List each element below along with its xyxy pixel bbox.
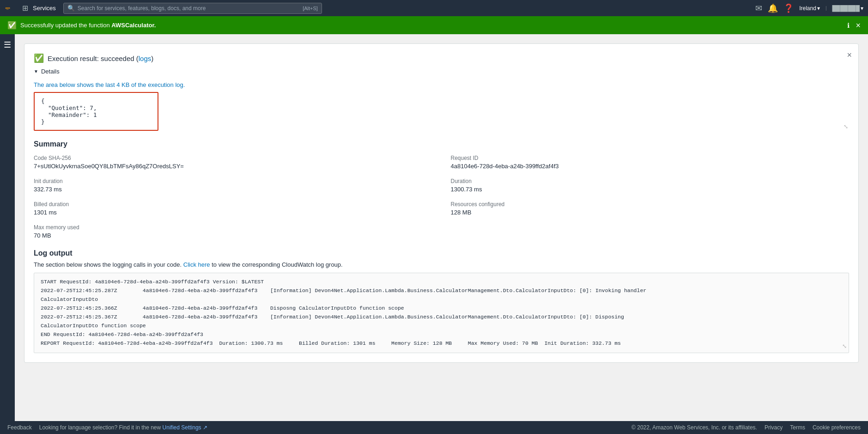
log-line-2: 2022-07-25T12:45:25.287Z 4a8104e6-728d-4…	[41, 287, 842, 295]
summary-billed-duration: Billed duration 1301 ms	[34, 201, 432, 216]
request-id-label: Request ID	[451, 155, 850, 161]
billed-duration-label: Billed duration	[34, 201, 432, 208]
log-note: The area below shows the last 4 KB of th…	[34, 81, 849, 88]
unified-settings-link[interactable]: Unified Settings ↗	[163, 424, 207, 431]
summary-title: Summary	[34, 140, 849, 148]
bell-icon[interactable]: 🔔	[768, 3, 778, 13]
help-icon[interactable]: ❓	[783, 3, 794, 13]
execution-panel: × ✅ Execution result: succeeded (logs) ▼…	[24, 43, 859, 363]
log-box-resize-handle[interactable]: ⤡	[842, 342, 847, 352]
banner-close-button[interactable]: ×	[856, 20, 861, 30]
details-arrow-icon: ▼	[34, 69, 38, 74]
summary-init-duration: Init duration 332.73 ms	[34, 178, 432, 193]
account-id: ███████	[832, 5, 860, 12]
search-input[interactable]	[78, 5, 300, 12]
code-sha-label: Code SHA-256	[34, 155, 432, 161]
max-memory-label: Max memory used	[34, 224, 432, 231]
duration-label: Duration	[451, 178, 850, 184]
details-toggle[interactable]: ▼ Details	[34, 68, 849, 75]
copyright-text: © 2022, Amazon Web Services, Inc. or its…	[631, 424, 757, 431]
summary-duration: Duration 1300.73 ms	[451, 178, 850, 193]
services-label[interactable]: Services	[33, 5, 56, 12]
billed-duration-value: 1301 ms	[34, 209, 432, 216]
resize-handle[interactable]: ⤡	[844, 123, 848, 130]
request-id-value: 4a8104e6-728d-4eba-a24b-399ffd2af4f3	[451, 163, 850, 170]
log-line-3: 2022-07-25T12:45:25.366Z 4a8104e6-728d-4…	[41, 304, 842, 313]
details-section: ▼ Details	[34, 68, 849, 75]
privacy-link[interactable]: Privacy	[765, 424, 783, 431]
summary-code-sha: Code SHA-256 7+sUtlOkUyvkrnaSoe0QY8LbTMF…	[34, 155, 432, 170]
log-line-1: START RequestId: 4a8104e6-728d-4eba-a24b…	[41, 278, 842, 287]
log-line-4: 2022-07-25T12:45:25.367Z 4a8104e6-728d-4…	[41, 313, 842, 322]
feedback-link[interactable]: Feedback	[7, 424, 32, 431]
code-sha-value: 7+sUtlOkUyvkrnaSoe0QY8LbTMFsAy86qZ7Oreds…	[34, 163, 432, 170]
nav-right: ✉ 🔔 ❓ Ireland ▾ | ███████ ▾	[755, 3, 863, 13]
init-duration-value: 332.73 ms	[34, 186, 432, 193]
unified-settings-note: Looking for language selection? Find it …	[39, 424, 207, 431]
log-line-5: END RequestId: 4a8104e6-728d-4eba-a24b-3…	[41, 330, 842, 339]
account-selector[interactable]: ███████ ▾	[832, 5, 863, 12]
aws-logo[interactable]: aws	[5, 4, 18, 12]
search-shortcut: [Alt+S]	[303, 6, 318, 11]
footer: Feedback Looking for language selection?…	[0, 421, 868, 434]
summary-max-memory: Max memory used 70 MB	[34, 224, 432, 239]
banner-message: Successfully updated the function AWSCal…	[20, 22, 156, 29]
summary-resources-configured: Resources configured 128 MB	[451, 201, 850, 216]
log-output-box: START RequestId: 4a8104e6-728d-4eba-a24b…	[34, 273, 849, 353]
log-line-2b: CalculatorInputDto	[41, 295, 842, 304]
execution-title: ✅ Execution result: succeeded (logs)	[34, 53, 849, 63]
region-label: Ireland	[799, 5, 816, 12]
success-banner: ✅ Successfully updated the function AWSC…	[0, 16, 868, 34]
resources-configured-value: 128 MB	[451, 209, 850, 216]
search-bar[interactable]: 🔍 [Alt+S]	[63, 3, 322, 14]
init-duration-label: Init duration	[34, 178, 432, 184]
top-navigation: aws ⊞ Services 🔍 [Alt+S] ✉ 🔔 ❓ Ireland ▾…	[0, 0, 868, 16]
page-content: × ✅ Execution result: succeeded (logs) ▼…	[15, 34, 868, 421]
click-here-link[interactable]: Click here	[183, 261, 210, 268]
max-memory-value: 70 MB	[34, 232, 432, 239]
search-icon: 🔍	[67, 5, 75, 12]
log-output-title: Log output	[34, 249, 849, 257]
hamburger-icon[interactable]: ☰	[4, 40, 11, 50]
details-label: Details	[41, 68, 60, 75]
logs-link[interactable]: logs	[139, 55, 152, 62]
main-layout: ☰ × ✅ Execution result: succeeded (logs)…	[0, 34, 868, 421]
region-selector[interactable]: Ireland ▾	[799, 5, 820, 12]
check-circle-icon: ✅	[7, 21, 17, 30]
duration-value: 1300.73 ms	[451, 186, 850, 193]
log-line-6: REPORT RequestId: 4a8104e6-728d-4eba-a24…	[41, 339, 842, 348]
terms-link[interactable]: Terms	[790, 424, 805, 431]
grid-icon[interactable]: ⊞	[22, 4, 28, 12]
panel-close-button[interactable]: ×	[847, 50, 852, 60]
sidebar-toggle[interactable]: ☰	[0, 34, 15, 421]
account-chevron: ▾	[861, 5, 863, 12]
execution-output-box: { "Quotient": 7, "Remainder": 1 }	[34, 92, 158, 131]
summary-request-id: Request ID 4a8104e6-728d-4eba-a24b-399ff…	[451, 155, 850, 170]
success-circle-icon: ✅	[34, 53, 44, 63]
log-output-note: The section below shows the logging call…	[34, 261, 849, 268]
resources-configured-label: Resources configured	[451, 201, 850, 208]
summary-grid: Code SHA-256 7+sUtlOkUyvkrnaSoe0QY8LbTMF…	[34, 155, 849, 239]
mail-icon[interactable]: ✉	[755, 3, 762, 13]
svg-text:aws: aws	[6, 6, 10, 9]
execution-title-text: Execution result: succeeded (logs)	[48, 55, 153, 62]
region-chevron: ▾	[817, 5, 820, 12]
nav-divider: |	[826, 6, 827, 11]
info-icon[interactable]: ℹ	[847, 22, 850, 29]
external-link-icon: ↗	[203, 424, 207, 431]
cookie-preferences-link[interactable]: Cookie preferences	[813, 424, 861, 431]
footer-right: © 2022, Amazon Web Services, Inc. or its…	[631, 424, 861, 431]
log-line-4b: CalculatorInputDto function scope	[41, 322, 842, 330]
